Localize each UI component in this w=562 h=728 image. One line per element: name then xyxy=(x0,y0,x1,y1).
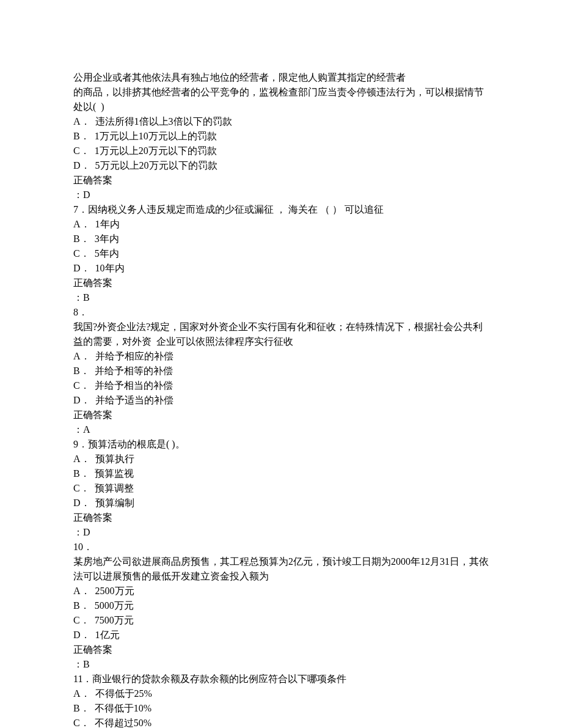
q10-option-a: A． 2500万元 xyxy=(73,584,489,598)
q9-stem: 9．预算活动的根底是( )。 xyxy=(73,437,489,452)
q8-option-a: A． 并给予相应的补偿 xyxy=(73,349,489,364)
q9-option-b: B． 预算监视 xyxy=(73,466,489,481)
q6-option-b: B． 1万元以上10万元以上的罚款 xyxy=(73,129,489,144)
q8-option-b: B． 并给予相等的补偿 xyxy=(73,364,489,378)
q11-option-a: A． 不得低于25% xyxy=(73,686,489,701)
q11-option-b: B． 不得低于10% xyxy=(73,701,489,716)
document-page: 公用企业或者其他依法具有独占地位的经营者，限定他人购置其指定的经营者 的商品，以… xyxy=(0,0,562,728)
q8-stem: 我国?外资企业法?规定，国家对外资企业不实行国有化和征收；在特殊情况下，根据社会… xyxy=(73,320,489,349)
q7-answer: ：B xyxy=(73,290,489,305)
q10-option-b: B． 5000万元 xyxy=(73,598,489,613)
q6-stem-line2: 的商品，以排挤其他经营者的公平竞争的，监视检查部门应当责令停顿违法行为，可以根据… xyxy=(73,85,489,114)
q9-answer: ：D xyxy=(73,525,489,540)
q7-option-a: A． 1年内 xyxy=(73,217,489,232)
q9-option-a: A． 预算执行 xyxy=(73,452,489,466)
q7-option-c: C． 5年内 xyxy=(73,246,489,261)
q6-answer-label: 正确答案 xyxy=(73,173,489,188)
q6-option-c: C． 1万元以上20万元以下的罚款 xyxy=(73,144,489,158)
q9-option-c: C． 预算调整 xyxy=(73,481,489,496)
q10-answer: ：B xyxy=(73,657,489,672)
q6-option-d: D． 5万元以上20万元以下的罚款 xyxy=(73,158,489,173)
q6-stem-line1: 公用企业或者其他依法具有独占地位的经营者，限定他人购置其指定的经营者 xyxy=(73,70,489,85)
q8-answer: ：A xyxy=(73,422,489,437)
q10-num: 10． xyxy=(73,540,489,554)
q10-option-c: C． 7500万元 xyxy=(73,613,489,628)
q7-stem: 7．因纳税义务人违反规定而造成的少征或漏征 ， 海关在 （ ） 可以追征 xyxy=(73,202,489,217)
q10-answer-label: 正确答案 xyxy=(73,642,489,657)
q10-option-d: D． 1亿元 xyxy=(73,628,489,642)
q7-option-d: D． 10年内 xyxy=(73,261,489,276)
q6-option-a: A． 违法所得1倍以上3倍以下的罚款 xyxy=(73,114,489,129)
q6-answer: ：D xyxy=(73,188,489,202)
q9-answer-label: 正确答案 xyxy=(73,510,489,525)
q8-num: 8． xyxy=(73,305,489,320)
q7-option-b: B． 3年内 xyxy=(73,232,489,246)
q8-option-c: C． 并给予相当的补偿 xyxy=(73,378,489,393)
q11-option-c: C． 不得超过50% xyxy=(73,716,489,728)
q7-answer-label: 正确答案 xyxy=(73,276,489,290)
q8-answer-label: 正确答案 xyxy=(73,408,489,422)
q9-option-d: D． 预算编制 xyxy=(73,496,489,510)
q8-option-d: D． 并给予适当的补偿 xyxy=(73,393,489,408)
q11-stem: 11．商业银行的贷款余额及存款余额的比例应符合以下哪项条件 xyxy=(73,672,489,686)
q10-stem: 某房地产公司欲进展商品房预售，其工程总预算为2亿元，预计竣工日期为2000年12… xyxy=(73,554,489,584)
